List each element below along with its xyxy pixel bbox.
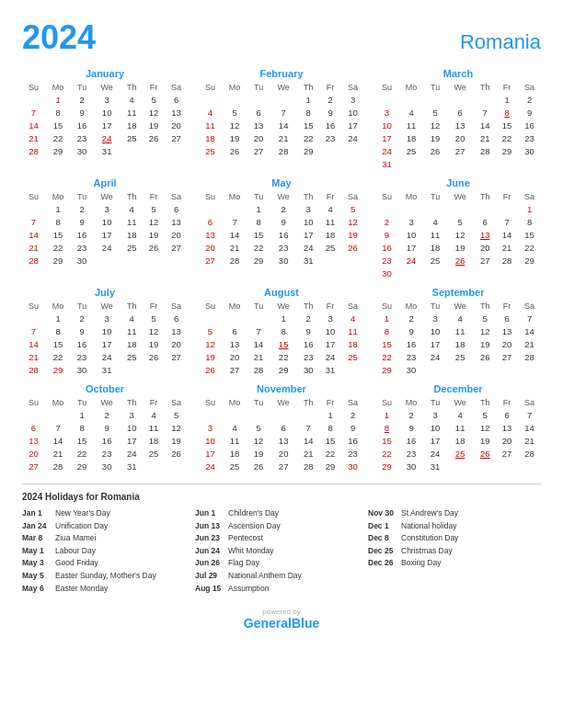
cal-day: 19 bbox=[474, 434, 496, 447]
cal-day: 15 bbox=[71, 434, 93, 447]
cal-day bbox=[496, 157, 518, 170]
cal-day: 12 bbox=[474, 324, 496, 337]
holiday-item: Aug 15Assumption bbox=[195, 583, 368, 596]
dow-header: Fr bbox=[143, 301, 165, 312]
dow-header: Tu bbox=[71, 191, 93, 202]
cal-day: 10 bbox=[375, 119, 398, 131]
dow-header: We bbox=[270, 191, 297, 202]
cal-day: 16 bbox=[341, 434, 364, 447]
cal-table: SuMoTuWeThFrSa12345678910111213141516171… bbox=[22, 397, 188, 472]
cal-day: 27 bbox=[222, 363, 247, 376]
cal-day: 28 bbox=[22, 254, 45, 267]
cal-day: 14 bbox=[247, 337, 270, 350]
dow-header: Fr bbox=[319, 82, 341, 93]
cal-day: 6 bbox=[270, 421, 297, 434]
cal-day: 15 bbox=[496, 119, 518, 131]
cal-day: 4 bbox=[121, 312, 143, 324]
cal-day: 1 bbox=[45, 202, 71, 215]
cal-day: 25 bbox=[446, 447, 474, 460]
cal-day: 3 bbox=[199, 421, 222, 434]
cal-day: 23 bbox=[398, 447, 424, 460]
cal-day: 27 bbox=[22, 460, 45, 472]
holiday-name: Christmas Day bbox=[401, 545, 453, 558]
cal-day: 16 bbox=[71, 119, 93, 131]
cal-day: 23 bbox=[518, 131, 541, 144]
cal-day: 5 bbox=[474, 408, 496, 421]
cal-day: 16 bbox=[398, 337, 424, 350]
cal-day bbox=[341, 254, 364, 267]
cal-day: 28 bbox=[45, 460, 71, 472]
dow-header: Fr bbox=[319, 397, 341, 408]
cal-day: 10 bbox=[341, 106, 364, 119]
cal-day bbox=[424, 267, 446, 279]
cal-day bbox=[375, 93, 398, 106]
cal-day: 19 bbox=[165, 434, 188, 447]
cal-day: 28 bbox=[22, 363, 45, 376]
cal-day: 1 bbox=[496, 93, 518, 106]
cal-day: 24 bbox=[93, 350, 121, 363]
cal-table: SuMoTuWeThFrSa12345678910111213141516171… bbox=[375, 301, 541, 376]
cal-day: 2 bbox=[398, 312, 424, 324]
cal-day: 7 bbox=[247, 324, 270, 337]
holiday-item: Dec 8Constitution Day bbox=[368, 532, 541, 545]
cal-day: 25 bbox=[222, 460, 247, 472]
cal-day: 6 bbox=[22, 421, 45, 434]
cal-day: 23 bbox=[341, 447, 364, 460]
holiday-name: Good Friday bbox=[55, 557, 98, 570]
month-may: MaySuMoTuWeThFrSa12345678910111213141516… bbox=[199, 177, 364, 279]
holiday-name: National Anthem Day bbox=[228, 570, 302, 583]
holiday-date: May 3 bbox=[22, 557, 52, 570]
cal-day bbox=[22, 93, 45, 106]
cal-day: 20 bbox=[446, 131, 474, 144]
cal-day: 30 bbox=[375, 267, 398, 279]
calendars-grid: JanuarySuMoTuWeThFrSa1234567891011121314… bbox=[22, 68, 541, 472]
cal-day: 20 bbox=[22, 447, 45, 460]
cal-day: 7 bbox=[297, 421, 319, 434]
cal-day: 31 bbox=[319, 363, 341, 376]
dow-header: Mo bbox=[45, 397, 71, 408]
cal-day: 17 bbox=[93, 337, 121, 350]
cal-day: 11 bbox=[446, 324, 474, 337]
cal-day: 2 bbox=[93, 408, 121, 421]
cal-day: 14 bbox=[474, 119, 496, 131]
cal-day: 28 bbox=[496, 254, 518, 267]
cal-day: 8 bbox=[375, 324, 398, 337]
cal-day: 2 bbox=[71, 93, 93, 106]
cal-day: 24 bbox=[319, 350, 341, 363]
cal-day: 13 bbox=[199, 228, 222, 241]
cal-day bbox=[446, 157, 474, 170]
cal-day: 28 bbox=[518, 447, 541, 460]
cal-day: 7 bbox=[474, 106, 496, 119]
month-june: JuneSuMoTuWeThFrSa1234567891011121314151… bbox=[375, 177, 541, 279]
cal-day: 29 bbox=[518, 254, 541, 267]
cal-day: 16 bbox=[319, 119, 341, 131]
dow-header: Mo bbox=[45, 301, 71, 312]
brand-logo: GeneralBlue bbox=[22, 616, 541, 631]
cal-day: 18 bbox=[199, 131, 222, 144]
cal-day: 9 bbox=[341, 421, 364, 434]
cal-day: 18 bbox=[446, 434, 474, 447]
holiday-date: Dec 1 bbox=[368, 520, 397, 533]
dow-header: Mo bbox=[45, 191, 71, 202]
dow-header: Tu bbox=[424, 397, 446, 408]
dow-header: Sa bbox=[165, 301, 188, 312]
cal-day: 15 bbox=[45, 228, 71, 241]
holiday-item: Jun 23Pentecost bbox=[195, 532, 368, 545]
holiday-item: Jan 24Unification Day bbox=[22, 520, 195, 533]
cal-day bbox=[143, 254, 165, 267]
cal-day: 25 bbox=[121, 350, 143, 363]
cal-day: 11 bbox=[398, 119, 424, 131]
cal-day: 11 bbox=[121, 215, 143, 228]
cal-day: 19 bbox=[424, 131, 446, 144]
cal-day: 9 bbox=[71, 106, 93, 119]
cal-day bbox=[518, 363, 541, 376]
dow-header: Su bbox=[199, 191, 222, 202]
cal-table: SuMoTuWeThFrSa12345678910111213141516171… bbox=[22, 82, 188, 157]
cal-day bbox=[319, 144, 341, 157]
cal-day: 12 bbox=[165, 421, 188, 434]
cal-day: 9 bbox=[270, 215, 297, 228]
dow-header: Sa bbox=[518, 397, 541, 408]
cal-day: 8 bbox=[319, 421, 341, 434]
cal-day bbox=[398, 267, 424, 279]
dow-header: Su bbox=[22, 82, 45, 93]
